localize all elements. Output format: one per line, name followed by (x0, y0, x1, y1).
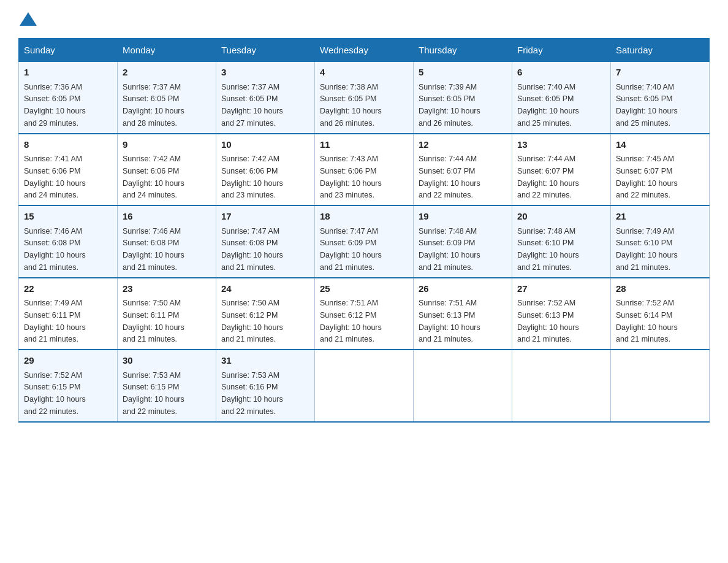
calendar-cell: 21 Sunrise: 7:49 AMSunset: 6:10 PMDaylig… (611, 205, 710, 278)
day-info: Sunrise: 7:52 AMSunset: 6:14 PMDaylight:… (616, 299, 678, 343)
calendar-cell (512, 350, 611, 422)
day-info: Sunrise: 7:50 AMSunset: 6:11 PMDaylight:… (123, 299, 184, 343)
calendar-cell: 7 Sunrise: 7:40 AMSunset: 6:05 PMDayligh… (611, 62, 710, 134)
day-info: Sunrise: 7:37 AMSunset: 6:05 PMDaylight:… (221, 83, 283, 128)
day-number: 30 (123, 354, 211, 368)
page-header (18, 12, 710, 27)
day-number: 4 (320, 66, 408, 80)
day-number: 24 (221, 282, 309, 296)
day-number: 20 (517, 210, 605, 224)
day-number: 28 (616, 282, 704, 296)
col-header-sunday: Sunday (19, 39, 118, 62)
calendar-header-row: SundayMondayTuesdayWednesdayThursdayFrid… (19, 39, 710, 62)
calendar-cell: 20 Sunrise: 7:48 AMSunset: 6:10 PMDaylig… (512, 205, 611, 278)
day-number: 3 (221, 66, 309, 80)
calendar-cell: 14 Sunrise: 7:45 AMSunset: 6:07 PMDaylig… (611, 134, 710, 206)
day-number: 31 (221, 354, 309, 368)
col-header-monday: Monday (118, 39, 216, 62)
day-number: 27 (517, 282, 605, 296)
day-number: 26 (419, 282, 507, 296)
day-number: 15 (24, 210, 112, 224)
calendar-week-row: 29 Sunrise: 7:52 AMSunset: 6:15 PMDaylig… (19, 350, 710, 422)
day-info: Sunrise: 7:41 AMSunset: 6:06 PMDaylight:… (24, 155, 86, 199)
day-number: 1 (24, 66, 112, 80)
day-number: 6 (517, 66, 605, 80)
calendar-cell: 10 Sunrise: 7:42 AMSunset: 6:06 PMDaylig… (216, 134, 315, 206)
day-info: Sunrise: 7:51 AMSunset: 6:12 PMDaylight:… (320, 299, 382, 343)
logo-triangle-icon (20, 12, 37, 26)
day-info: Sunrise: 7:39 AMSunset: 6:05 PMDaylight:… (419, 83, 480, 128)
calendar-cell: 15 Sunrise: 7:46 AMSunset: 6:08 PMDaylig… (19, 205, 118, 278)
day-info: Sunrise: 7:42 AMSunset: 6:06 PMDaylight:… (123, 155, 184, 199)
day-info: Sunrise: 7:40 AMSunset: 6:05 PMDaylight:… (517, 83, 579, 128)
day-info: Sunrise: 7:42 AMSunset: 6:06 PMDaylight:… (221, 155, 283, 199)
day-info: Sunrise: 7:48 AMSunset: 6:10 PMDaylight:… (517, 227, 579, 272)
day-number: 22 (24, 282, 112, 296)
calendar-cell (315, 350, 414, 422)
calendar-cell: 29 Sunrise: 7:52 AMSunset: 6:15 PMDaylig… (19, 350, 118, 422)
day-info: Sunrise: 7:36 AMSunset: 6:05 PMDaylight:… (24, 83, 86, 128)
day-info: Sunrise: 7:53 AMSunset: 6:15 PMDaylight:… (123, 371, 184, 416)
calendar-cell: 13 Sunrise: 7:44 AMSunset: 6:07 PMDaylig… (512, 134, 611, 206)
calendar-week-row: 15 Sunrise: 7:46 AMSunset: 6:08 PMDaylig… (19, 205, 710, 278)
day-number: 13 (517, 138, 605, 152)
day-info: Sunrise: 7:48 AMSunset: 6:09 PMDaylight:… (419, 227, 480, 272)
day-info: Sunrise: 7:49 AMSunset: 6:11 PMDaylight:… (24, 299, 86, 343)
calendar-cell: 9 Sunrise: 7:42 AMSunset: 6:06 PMDayligh… (118, 134, 216, 206)
calendar-cell (611, 350, 710, 422)
day-info: Sunrise: 7:38 AMSunset: 6:05 PMDaylight:… (320, 83, 382, 128)
day-number: 19 (419, 210, 507, 224)
day-info: Sunrise: 7:46 AMSunset: 6:08 PMDaylight:… (24, 227, 86, 272)
calendar-cell: 27 Sunrise: 7:52 AMSunset: 6:13 PMDaylig… (512, 278, 611, 350)
calendar-cell: 22 Sunrise: 7:49 AMSunset: 6:11 PMDaylig… (19, 278, 118, 350)
day-number: 23 (123, 282, 211, 296)
day-info: Sunrise: 7:53 AMSunset: 6:16 PMDaylight:… (221, 371, 283, 416)
calendar-cell: 8 Sunrise: 7:41 AMSunset: 6:06 PMDayligh… (19, 134, 118, 206)
calendar-cell: 23 Sunrise: 7:50 AMSunset: 6:11 PMDaylig… (118, 278, 216, 350)
calendar-cell: 3 Sunrise: 7:37 AMSunset: 6:05 PMDayligh… (216, 62, 315, 134)
col-header-friday: Friday (512, 39, 611, 62)
day-number: 5 (419, 66, 507, 80)
calendar-cell: 1 Sunrise: 7:36 AMSunset: 6:05 PMDayligh… (19, 62, 118, 134)
col-header-wednesday: Wednesday (315, 39, 414, 62)
calendar-cell: 16 Sunrise: 7:46 AMSunset: 6:08 PMDaylig… (118, 205, 216, 278)
calendar-cell: 11 Sunrise: 7:43 AMSunset: 6:06 PMDaylig… (315, 134, 414, 206)
day-info: Sunrise: 7:49 AMSunset: 6:10 PMDaylight:… (616, 227, 678, 272)
day-info: Sunrise: 7:40 AMSunset: 6:05 PMDaylight:… (616, 83, 678, 128)
calendar-cell: 24 Sunrise: 7:50 AMSunset: 6:12 PMDaylig… (216, 278, 315, 350)
day-number: 11 (320, 138, 408, 152)
calendar-cell (414, 350, 512, 422)
day-info: Sunrise: 7:47 AMSunset: 6:08 PMDaylight:… (221, 227, 283, 272)
calendar-week-row: 1 Sunrise: 7:36 AMSunset: 6:05 PMDayligh… (19, 62, 710, 134)
logo (18, 12, 37, 27)
calendar-table: SundayMondayTuesdayWednesdayThursdayFrid… (18, 38, 710, 423)
calendar-cell: 2 Sunrise: 7:37 AMSunset: 6:05 PMDayligh… (118, 62, 216, 134)
day-number: 17 (221, 210, 309, 224)
calendar-cell: 12 Sunrise: 7:44 AMSunset: 6:07 PMDaylig… (414, 134, 512, 206)
calendar-cell: 31 Sunrise: 7:53 AMSunset: 6:16 PMDaylig… (216, 350, 315, 422)
col-header-thursday: Thursday (414, 39, 512, 62)
calendar-cell: 5 Sunrise: 7:39 AMSunset: 6:05 PMDayligh… (414, 62, 512, 134)
day-number: 16 (123, 210, 211, 224)
calendar-cell: 26 Sunrise: 7:51 AMSunset: 6:13 PMDaylig… (414, 278, 512, 350)
day-number: 21 (616, 210, 704, 224)
day-number: 12 (419, 138, 507, 152)
calendar-cell: 18 Sunrise: 7:47 AMSunset: 6:09 PMDaylig… (315, 205, 414, 278)
day-number: 2 (123, 66, 211, 80)
day-number: 25 (320, 282, 408, 296)
day-number: 7 (616, 66, 704, 80)
calendar-cell: 28 Sunrise: 7:52 AMSunset: 6:14 PMDaylig… (611, 278, 710, 350)
day-info: Sunrise: 7:46 AMSunset: 6:08 PMDaylight:… (123, 227, 184, 272)
day-info: Sunrise: 7:44 AMSunset: 6:07 PMDaylight:… (517, 155, 579, 199)
day-number: 9 (123, 138, 211, 152)
day-info: Sunrise: 7:47 AMSunset: 6:09 PMDaylight:… (320, 227, 382, 272)
col-header-saturday: Saturday (611, 39, 710, 62)
calendar-cell: 30 Sunrise: 7:53 AMSunset: 6:15 PMDaylig… (118, 350, 216, 422)
calendar-cell: 19 Sunrise: 7:48 AMSunset: 6:09 PMDaylig… (414, 205, 512, 278)
day-info: Sunrise: 7:43 AMSunset: 6:06 PMDaylight:… (320, 155, 382, 199)
day-info: Sunrise: 7:45 AMSunset: 6:07 PMDaylight:… (616, 155, 678, 199)
day-number: 10 (221, 138, 309, 152)
day-number: 8 (24, 138, 112, 152)
calendar-week-row: 8 Sunrise: 7:41 AMSunset: 6:06 PMDayligh… (19, 134, 710, 206)
day-info: Sunrise: 7:50 AMSunset: 6:12 PMDaylight:… (221, 299, 283, 343)
